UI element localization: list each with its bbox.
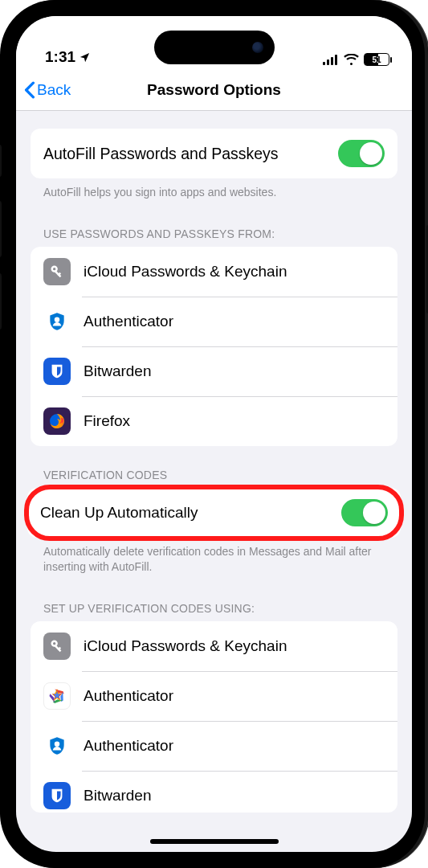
chevron-left-icon xyxy=(24,81,35,99)
svg-point-8 xyxy=(55,317,60,322)
page-title: Password Options xyxy=(16,81,412,99)
verification-header: VERIFICATION CODES xyxy=(16,446,412,488)
cleanup-highlight: Clean Up Automatically xyxy=(27,488,401,538)
status-time: 1:31 xyxy=(45,48,75,66)
svg-point-11 xyxy=(53,642,55,645)
ms-authenticator-icon xyxy=(43,732,71,760)
autofill-footer: AutoFill helps you sign into apps and we… xyxy=(16,178,412,205)
setup-row-google-auth[interactable]: Authenticator xyxy=(31,671,397,721)
cleanup-row[interactable]: Clean Up Automatically xyxy=(27,488,401,538)
provider-label: iCloud Passwords & Keychain xyxy=(84,263,385,280)
back-label: Back xyxy=(37,81,71,99)
cleanup-toggle[interactable] xyxy=(341,499,388,526)
autofill-label: AutoFill Passwords and Passkeys xyxy=(43,145,325,163)
setup-row-bitwarden[interactable]: Bitwarden xyxy=(31,771,397,813)
key-icon xyxy=(43,633,71,660)
autofill-toggle[interactable] xyxy=(338,140,385,167)
provider-row-firefox[interactable]: Firefox xyxy=(31,396,397,446)
setup-label: iCloud Passwords & Keychain xyxy=(84,637,385,655)
phone-frame: 1:31 51 Back xyxy=(0,0,428,868)
key-icon xyxy=(43,258,71,285)
setup-label: Authenticator xyxy=(84,737,385,755)
svg-rect-3 xyxy=(335,55,337,65)
svg-rect-1 xyxy=(327,59,329,65)
provider-row-bitwarden[interactable]: Bitwarden xyxy=(31,346,397,396)
setup-row-ms-auth[interactable]: Authenticator xyxy=(31,721,397,771)
wifi-icon xyxy=(344,54,359,65)
location-icon xyxy=(79,51,91,63)
provider-label: Bitwarden xyxy=(84,362,385,380)
provider-row-authenticator[interactable]: Authenticator xyxy=(31,297,397,346)
back-button[interactable]: Back xyxy=(16,81,71,99)
battery-icon: 51 xyxy=(364,53,389,66)
screen: 1:31 51 Back xyxy=(16,16,412,852)
autofill-row[interactable]: AutoFill Passwords and Passkeys xyxy=(31,129,397,178)
providers-header: USE PASSWORDS AND PASSKEYS FROM: xyxy=(16,205,412,247)
nav-bar: Back Password Options xyxy=(16,69,412,111)
setup-header: SET UP VERIFICATION CODES USING: xyxy=(16,579,412,621)
cleanup-label: Clean Up Automatically xyxy=(40,504,328,522)
setup-group: iCloud Passwords & Keychain Authenticato… xyxy=(31,621,397,813)
svg-point-17 xyxy=(55,741,60,747)
providers-group: iCloud Passwords & Keychain Authenticato… xyxy=(31,247,397,446)
provider-row-icloud[interactable]: iCloud Passwords & Keychain xyxy=(31,247,397,297)
autofill-group: AutoFill Passwords and Passkeys xyxy=(31,129,397,178)
battery-pct: 51 xyxy=(365,55,389,64)
home-indicator[interactable] xyxy=(150,839,279,844)
dynamic-island xyxy=(154,31,275,64)
provider-label: Authenticator xyxy=(84,313,385,330)
bitwarden-icon xyxy=(43,358,71,385)
google-authenticator-icon xyxy=(43,682,71,710)
ms-authenticator-icon xyxy=(43,308,71,335)
cellular-icon xyxy=(323,55,339,65)
verification-footer: Automatically delete verification codes … xyxy=(16,538,412,579)
cleanup-group: Clean Up Automatically xyxy=(27,488,401,538)
setup-label: Authenticator xyxy=(84,687,385,705)
firefox-icon xyxy=(43,407,71,435)
setup-row-icloud[interactable]: iCloud Passwords & Keychain xyxy=(31,621,397,671)
svg-point-5 xyxy=(53,268,55,270)
svg-rect-2 xyxy=(331,57,333,65)
svg-rect-0 xyxy=(323,62,325,65)
content-scroll[interactable]: AutoFill Passwords and Passkeys AutoFill… xyxy=(16,111,412,852)
provider-label: Firefox xyxy=(84,412,385,430)
setup-label: Bitwarden xyxy=(84,787,385,805)
bitwarden-icon xyxy=(43,782,71,809)
